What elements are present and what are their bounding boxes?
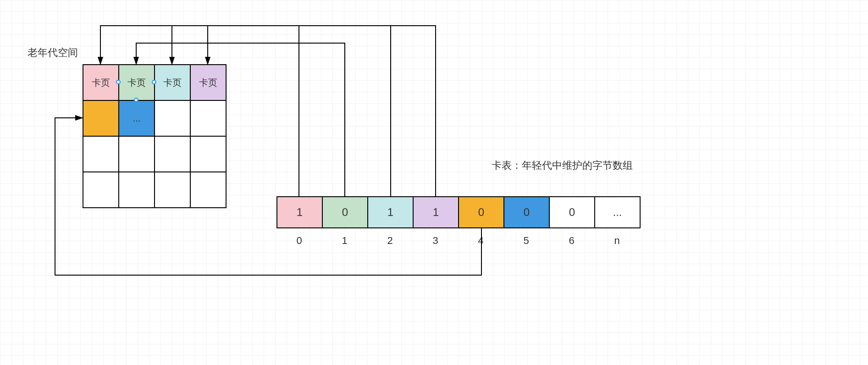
card1-to-page1-arrow	[136, 43, 345, 196]
reference-dot-1	[152, 80, 156, 84]
card0-to-page0-arrow	[100, 26, 299, 196]
card4-to-cell5-arrow	[55, 118, 481, 275]
reference-dot-2	[134, 98, 138, 102]
arrow-layer	[0, 0, 868, 365]
card2-to-page2-arrow	[172, 26, 391, 196]
reference-dot-0	[116, 80, 121, 84]
card3-to-page3-arrow	[208, 26, 436, 196]
